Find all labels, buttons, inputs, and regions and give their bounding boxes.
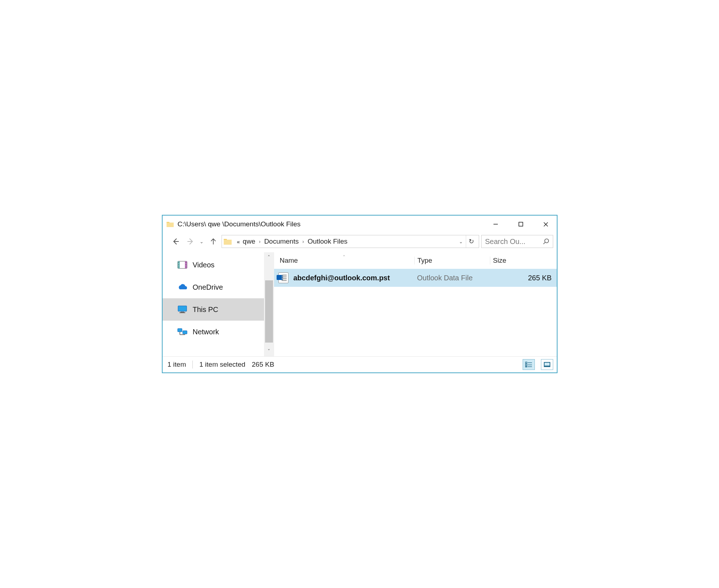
status-size: 265 KB bbox=[252, 361, 274, 368]
svg-rect-22 bbox=[183, 331, 187, 334]
svg-point-16 bbox=[186, 264, 186, 265]
svg-point-14 bbox=[178, 267, 179, 267]
window-title: C:\Users\ qwe \Documents\Outlook Files bbox=[178, 220, 481, 228]
svg-rect-21 bbox=[178, 329, 182, 332]
scroll-down-icon[interactable]: ˅ bbox=[264, 346, 274, 356]
forward-button[interactable] bbox=[184, 235, 196, 248]
folder-icon bbox=[223, 238, 232, 245]
status-count: 1 item bbox=[168, 361, 186, 368]
thispc-icon bbox=[177, 305, 188, 314]
svg-rect-26 bbox=[525, 362, 527, 363]
search-icon bbox=[543, 238, 549, 245]
body: Videos OneDrive This PC bbox=[163, 252, 557, 357]
column-header-size[interactable]: Size bbox=[490, 257, 557, 264]
history-dropdown[interactable]: ⌄ bbox=[199, 239, 205, 244]
svg-rect-30 bbox=[525, 366, 527, 367]
svg-point-12 bbox=[178, 262, 179, 263]
chevron-right-icon: › bbox=[258, 239, 261, 244]
status-selection: 1 item selected bbox=[199, 361, 245, 368]
svg-line-8 bbox=[543, 243, 545, 244]
svg-point-15 bbox=[186, 262, 186, 263]
scroll-track[interactable] bbox=[264, 262, 274, 346]
svg-rect-19 bbox=[181, 312, 184, 312]
svg-rect-1 bbox=[519, 222, 523, 226]
svg-rect-28 bbox=[525, 364, 527, 366]
search-placeholder: Search Ou... bbox=[485, 238, 541, 246]
breadcrumb-segment[interactable]: qwe bbox=[243, 238, 255, 245]
onedrive-icon bbox=[177, 282, 188, 292]
sidebar-scrollbar[interactable]: ˄ ˅ bbox=[264, 252, 274, 356]
sidebar-item-label: This PC bbox=[193, 306, 218, 314]
file-type: Outlook Data File bbox=[414, 274, 490, 282]
svg-rect-18 bbox=[178, 306, 187, 311]
column-header-type[interactable]: Type bbox=[414, 257, 490, 264]
svg-point-7 bbox=[545, 239, 549, 243]
view-thumbnails-button[interactable] bbox=[541, 359, 553, 370]
file-row[interactable]: abcdefghi@outlook.com.pst Outlook Data F… bbox=[274, 269, 557, 287]
search-input[interactable]: Search Ou... bbox=[481, 235, 553, 248]
sidebar-item-videos[interactable]: Videos bbox=[163, 254, 264, 276]
breadcrumb-segment[interactable]: Documents bbox=[264, 238, 299, 245]
file-list[interactable]: Name ˄ Type Size abcdefghi@outlook.com.p… bbox=[274, 252, 557, 356]
status-bar: 1 item 1 item selected 265 KB bbox=[163, 357, 557, 372]
sidebar-item-onedrive[interactable]: OneDrive bbox=[163, 276, 264, 298]
sort-indicator-icon: ˄ bbox=[343, 254, 345, 260]
svg-rect-20 bbox=[179, 312, 185, 313]
column-headers: Name ˄ Type Size bbox=[274, 252, 557, 269]
folder-icon bbox=[166, 221, 174, 227]
svg-point-13 bbox=[178, 264, 179, 265]
up-button[interactable] bbox=[207, 235, 219, 248]
chevron-right-icon: › bbox=[301, 239, 305, 244]
breadcrumb-segment[interactable]: Outlook Files bbox=[308, 238, 347, 245]
scroll-thumb[interactable] bbox=[265, 280, 273, 343]
sidebar-item-thispc[interactable]: This PC bbox=[163, 298, 264, 321]
refresh-button[interactable]: ↻ bbox=[466, 235, 477, 248]
svg-point-17 bbox=[186, 267, 186, 267]
minimize-button[interactable] bbox=[485, 216, 506, 233]
titlebar[interactable]: C:\Users\ qwe \Documents\Outlook Files bbox=[163, 216, 557, 233]
outlook-data-file-icon bbox=[278, 272, 288, 283]
sidebar-item-label: OneDrive bbox=[193, 283, 223, 291]
network-icon bbox=[177, 327, 188, 336]
view-details-button[interactable] bbox=[523, 359, 535, 370]
maximize-button[interactable] bbox=[510, 216, 532, 233]
sidebar-item-label: Videos bbox=[193, 261, 215, 269]
address-dropdown[interactable]: ⌄ bbox=[456, 235, 466, 248]
toolbar: ⌄ « qwe › Documents › Outlook Files ⌄ ↻ … bbox=[163, 233, 557, 252]
videos-icon bbox=[177, 260, 188, 270]
close-button[interactable] bbox=[535, 216, 557, 233]
file-size: 265 KB bbox=[490, 274, 557, 282]
scroll-up-icon[interactable]: ˄ bbox=[264, 252, 274, 262]
back-button[interactable] bbox=[170, 235, 182, 248]
sidebar-item-network[interactable]: Network bbox=[163, 321, 264, 343]
svg-rect-33 bbox=[545, 363, 550, 366]
status-separator bbox=[192, 361, 193, 368]
column-header-name[interactable]: Name ˄ bbox=[274, 257, 414, 264]
address-bar[interactable]: « qwe › Documents › Outlook Files ⌄ ↻ bbox=[222, 235, 479, 248]
sidebar-item-label: Network bbox=[193, 328, 219, 336]
sidebar: Videos OneDrive This PC bbox=[163, 252, 274, 356]
explorer-window: C:\Users\ qwe \Documents\Outlook Files ⌄ bbox=[162, 215, 558, 373]
breadcrumb-overflow[interactable]: « bbox=[235, 239, 240, 245]
file-name: abcdefghi@outlook.com.pst bbox=[293, 274, 390, 282]
